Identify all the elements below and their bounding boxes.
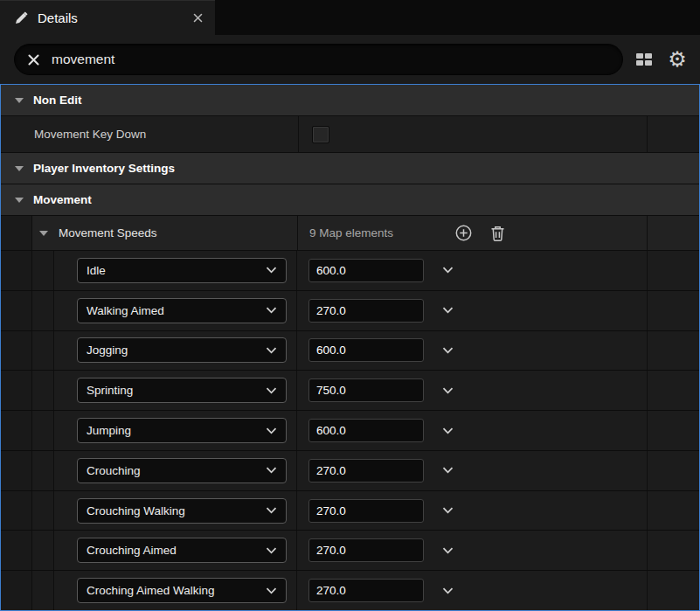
map-value-cell	[296, 531, 647, 570]
speed-key-dropdown-label: Idle	[87, 264, 106, 277]
value-chevron-down-icon[interactable]	[442, 467, 454, 474]
clear-search-icon[interactable]	[27, 53, 40, 66]
search-input[interactable]	[52, 52, 610, 67]
map-element-row: Crouching Walking	[1, 491, 699, 531]
row-options-column	[647, 371, 699, 410]
speed-key-dropdown[interactable]: Jogging	[77, 337, 287, 363]
row-options-column	[647, 451, 699, 490]
collapse-arrow-icon[interactable]	[39, 231, 48, 236]
map-key-cell: Jumping	[54, 411, 296, 450]
speed-key-dropdown[interactable]: Jumping	[77, 418, 287, 443]
value-chevron-down-icon[interactable]	[442, 547, 454, 554]
value-chevron-down-icon[interactable]	[442, 427, 454, 434]
indent-guide	[32, 451, 54, 490]
row-options-column	[647, 411, 699, 450]
indent-guide	[32, 571, 54, 610]
search-toolbar: ⚙	[0, 35, 700, 84]
chevron-down-icon	[266, 587, 277, 594]
map-key-cell: Croching Aimed Walking	[54, 571, 296, 610]
chevron-down-icon	[266, 347, 277, 354]
settings-gear-icon[interactable]: ⚙	[665, 47, 690, 72]
chevron-down-icon	[266, 427, 277, 434]
map-value-cell	[296, 331, 647, 371]
display-filters-grid-icon[interactable]	[632, 47, 656, 72]
delete-trash-icon[interactable]	[489, 225, 506, 242]
speed-rows: Idle Walking Aimed	[1, 251, 699, 610]
map-element-row: Idle	[1, 251, 699, 291]
movement-speeds-name-cell[interactable]: Movement Speeds	[32, 216, 297, 250]
map-value-cell	[296, 291, 647, 330]
collapse-arrow-icon[interactable]	[15, 98, 24, 103]
map-value-cell	[296, 251, 647, 290]
movement-key-down-label: Movement Key Down	[34, 128, 146, 141]
tab-close-icon[interactable]	[193, 13, 203, 23]
indent-guide	[32, 411, 54, 450]
speed-value-input[interactable]	[308, 459, 424, 483]
tab-details[interactable]: Details	[0, 0, 215, 35]
search-box[interactable]	[14, 44, 623, 75]
speed-key-dropdown[interactable]: Idle	[77, 258, 287, 283]
category-non-edit[interactable]: Non Edit	[1, 85, 699, 116]
map-value-cell	[296, 451, 647, 490]
movement-key-down-checkbox[interactable]	[312, 126, 329, 143]
collapse-arrow-icon[interactable]	[15, 198, 24, 203]
map-element-row: Jumping	[1, 411, 699, 451]
indent-guide	[32, 291, 54, 330]
row-options-column	[647, 571, 699, 610]
speed-value-input[interactable]	[308, 538, 424, 562]
speed-key-dropdown[interactable]: Croching Aimed Walking	[77, 578, 287, 603]
speed-key-dropdown[interactable]: Sprinting	[77, 378, 287, 403]
speed-value-input[interactable]	[308, 299, 424, 323]
chevron-down-icon	[266, 467, 277, 474]
speed-value-input[interactable]	[308, 579, 424, 602]
value-chevron-down-icon[interactable]	[442, 387, 454, 394]
speed-value-input[interactable]	[308, 378, 424, 402]
map-key-cell: Jogging	[54, 331, 296, 371]
property-value-cell	[298, 116, 647, 152]
category-label: Movement	[33, 193, 92, 206]
map-element-row: Crouching	[1, 451, 699, 491]
map-element-row: Jogging	[1, 331, 699, 371]
speed-key-dropdown-label: Crouching Walking	[87, 504, 185, 517]
map-element-row: Crouching Aimed	[1, 531, 699, 571]
row-options-column	[647, 491, 699, 531]
speed-key-dropdown[interactable]: Crouching	[77, 458, 287, 483]
indent-guide	[1, 251, 32, 290]
chevron-down-icon	[266, 547, 277, 554]
value-chevron-down-icon[interactable]	[442, 587, 454, 594]
map-key-cell: Crouching Walking	[54, 491, 296, 531]
speed-key-dropdown-label: Jumping	[87, 424, 131, 437]
value-chevron-down-icon[interactable]	[442, 267, 454, 274]
row-options-column	[647, 331, 699, 371]
speed-key-dropdown[interactable]: Crouching Aimed	[77, 538, 287, 563]
speed-key-dropdown[interactable]: Crouching Walking	[77, 498, 287, 524]
speed-key-dropdown-label: Jogging	[87, 344, 128, 357]
speed-value-input[interactable]	[308, 338, 424, 362]
indent-guide	[32, 531, 54, 570]
speed-key-dropdown-label: Croching Aimed Walking	[87, 584, 215, 597]
category-movement[interactable]: Movement	[1, 184, 699, 216]
value-chevron-down-icon[interactable]	[442, 347, 454, 354]
indent-guide	[1, 411, 32, 450]
indent-guide	[1, 491, 32, 531]
tab-bar: Details	[0, 0, 700, 35]
collapse-arrow-icon[interactable]	[15, 166, 24, 171]
speed-value-input[interactable]	[308, 259, 424, 282]
map-key-cell: Walking Aimed	[54, 291, 296, 330]
chevron-down-icon	[266, 387, 277, 394]
row-options-column	[647, 216, 699, 250]
map-value-cell	[296, 491, 647, 531]
category-player-inventory-settings[interactable]: Player Inventory Settings	[1, 153, 699, 184]
speed-key-dropdown[interactable]: Walking Aimed	[77, 298, 287, 323]
movement-speeds-header-row: Movement Speeds 9 Map elements	[1, 216, 699, 251]
speed-value-input[interactable]	[308, 419, 424, 442]
movement-speeds-value-cell: 9 Map elements	[297, 216, 647, 250]
value-chevron-down-icon[interactable]	[442, 307, 454, 314]
speed-value-input[interactable]	[308, 499, 424, 523]
property-row-movement-key-down: Movement Key Down	[1, 116, 699, 153]
add-element-icon[interactable]	[454, 224, 473, 242]
category-label: Player Inventory Settings	[33, 162, 175, 175]
map-elements-count: 9 Map elements	[309, 226, 393, 240]
value-chevron-down-icon[interactable]	[442, 507, 454, 514]
indent-guide	[1, 371, 32, 410]
